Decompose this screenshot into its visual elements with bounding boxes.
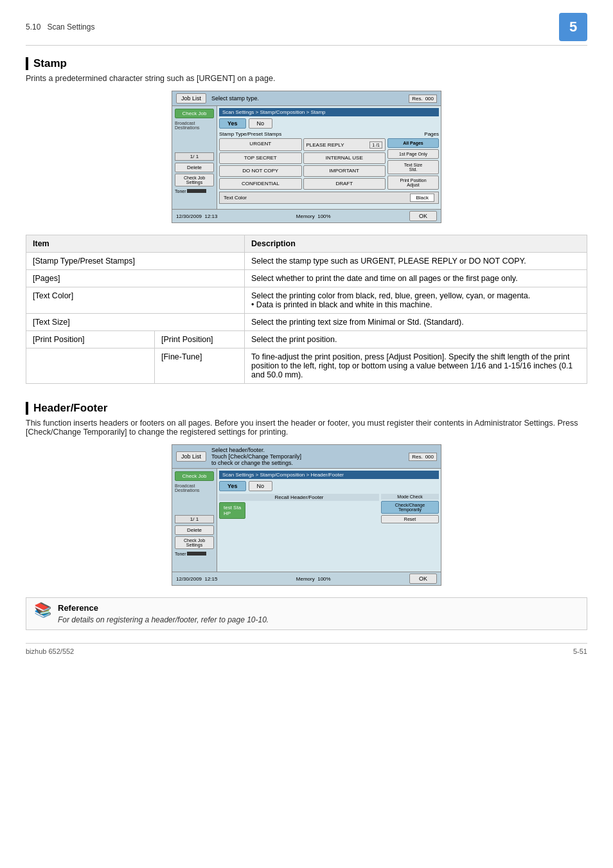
reference-box: 📚 Reference For details on registering a… <box>26 597 587 630</box>
stamp-section: Stamp Prints a predetermined character s… <box>26 57 587 384</box>
hf-check-job-btn[interactable]: Check Job <box>175 471 214 481</box>
memory-val: 100% <box>317 213 330 219</box>
stamp-device-mockup: Job List Select stamp type. Res. 000 Che… <box>172 91 441 223</box>
stamp-datetime: 12/30/2009 12:13 <box>176 213 218 219</box>
fine-tune-sub: [Fine-Tune] <box>155 348 245 384</box>
text-color-item: [Text Color] <box>26 287 245 314</box>
stamp-grid: Stamp Type/Preset Stamps Pages URGENT PL… <box>219 131 439 204</box>
adjust-label: Adjust <box>389 183 437 187</box>
text-size-value: Std. <box>389 167 437 172</box>
section-label: 5.10 Scan Settings <box>26 23 94 32</box>
stamp-description: Prints a predetermined character string … <box>26 74 587 83</box>
stamp-btn-internal-use[interactable]: INTERNAL USE <box>303 152 386 164</box>
hf-description: This function inserts headers or footers… <box>26 419 587 437</box>
stamp-description-table: Item Description [Stamp Type/Preset Stam… <box>26 235 587 384</box>
stamp-toner: Toner <box>175 189 214 194</box>
hf-yes-btn[interactable]: Yes <box>219 481 246 491</box>
hf-date: 12/30/2009 <box>176 576 202 582</box>
stamp-btn-do-not-copy[interactable]: DO NOT COPY <box>219 165 302 177</box>
stamp-time: 12:13 <box>205 213 218 219</box>
page-badge: 5 <box>559 13 587 41</box>
mode-check-header: Mode Check <box>381 494 439 500</box>
hf-no-btn[interactable]: No <box>249 481 273 491</box>
hf-broadcast-label: Broadcast Destinations <box>175 484 214 493</box>
table-row: [Fine-Tune] To fine-adjust the print pos… <box>26 348 587 384</box>
hf-res-value: 000 <box>425 454 434 460</box>
reference-label: Reference <box>58 603 269 613</box>
stamp-left-panel: Check Job Broadcast Destinations 1/ 1 De… <box>172 106 217 209</box>
stamp-btn-confidential[interactable]: CONFIDENTIAL <box>219 178 302 190</box>
hf-prompt-1: Select header/footer. <box>211 447 409 453</box>
hf-job-list-btn[interactable]: Job List <box>176 451 206 462</box>
hf-bottom-bar: 12/30/2009 12:15 Memory 100% OK <box>172 572 441 585</box>
page-footer: bizhub 652/552 5-51 <box>26 643 587 655</box>
stamp-type-label: Stamp Type/Preset Stamps <box>219 131 281 137</box>
hf-device-mockup: Job List Select header/footer. Touch [Ch… <box>172 444 441 586</box>
stamp-btn-top-secret[interactable]: TOP SECRET <box>219 152 302 164</box>
hf-delete-btn[interactable]: Delete <box>175 525 214 535</box>
stamp-delete-btn[interactable]: Delete <box>175 163 214 172</box>
stamp-main-area: Stamp Type/Preset Stamps Pages URGENT PL… <box>219 131 439 204</box>
hf-time: 12:15 <box>205 576 218 582</box>
stamp-memory: Memory 100% <box>296 213 331 219</box>
text-size-desc: Select the printing text size from Minim… <box>245 314 587 331</box>
col-desc-header: Description <box>245 235 587 253</box>
stamp-res-badge: Res. 000 <box>409 95 437 103</box>
stamp-type-desc: Select the stamp type such as URGENT, PL… <box>245 253 587 270</box>
hf-prompt-text: Select header/footer. Touch [Check/Chang… <box>206 447 409 466</box>
stamp-page-count: 1 /1 <box>369 141 382 149</box>
stamp-first-page-btn[interactable]: 1st Page Only <box>387 149 439 159</box>
hf-ok-btn[interactable]: OK <box>409 574 437 584</box>
hf-settings-btn[interactable]: Check Job Settings <box>175 536 214 549</box>
reset-btn[interactable]: Reset <box>381 515 439 523</box>
stamp-no-btn[interactable]: No <box>249 118 273 129</box>
recall-right-panel: Mode Check Check/Change Temporarily Rese… <box>381 494 439 523</box>
recall-item[interactable]: test Sta HP <box>219 502 245 519</box>
section-number: 5.10 <box>26 23 40 32</box>
page-header: 5.10 Scan Settings 5 <box>26 13 587 46</box>
hf-yes-no: Yes No <box>219 481 439 491</box>
stamp-print-pos-btn[interactable]: Print Position Adjust <box>387 176 439 190</box>
print-pos-sub: [Print Position] <box>155 331 245 348</box>
text-color-desc: Select the printing color from black, re… <box>245 287 587 314</box>
hf-device-topbar: Job List Select header/footer. Touch [Ch… <box>172 445 441 469</box>
stamp-bottom-bar: 12/30/2009 12:13 Memory 100% OK <box>172 209 441 222</box>
hf-datetime: 12/30/2009 12:15 <box>176 576 218 582</box>
stamp-check-job-btn[interactable]: Check Job <box>175 109 214 118</box>
hf-counter: 1/ 1 <box>175 515 214 523</box>
hf-prompt-3: to check or change the settings. <box>211 460 409 466</box>
stamp-text-size-btn[interactable]: Text Size Std. <box>387 160 439 174</box>
stamp-content-row: URGENT PLEASE REPLY 1 /1 TOP SECRET INTE… <box>219 138 439 190</box>
footer-product: bizhub 652/552 <box>26 647 74 655</box>
table-row: [Stamp Type/Preset Stamps] Select the st… <box>26 253 587 270</box>
hf-toner: Toner <box>175 552 214 556</box>
stamp-all-pages-btn[interactable]: All Pages <box>387 138 439 148</box>
table-row: [Print Position] [Print Position] Select… <box>26 331 587 348</box>
hf-main-content: Scan Settings > Stamp/Composition > Head… <box>217 469 441 572</box>
stamp-header-row: Stamp Type/Preset Stamps Pages <box>219 131 439 137</box>
stamp-settings-btn[interactable]: Check Job Settings <box>175 174 214 186</box>
stamp-yes-btn[interactable]: Yes <box>219 118 246 129</box>
memory-label: Memory <box>296 213 315 219</box>
stamp-btn-urgent[interactable]: URGENT <box>219 138 302 151</box>
stamp-btn-important[interactable]: IMPORTANT <box>303 165 386 177</box>
stamp-prompt-text: Select stamp type. <box>206 95 409 102</box>
hf-toner-bars <box>187 552 206 556</box>
text-color-value: Black <box>410 194 434 202</box>
hf-memory: Memory 100% <box>296 576 331 582</box>
stamp-job-list-btn[interactable]: Job List <box>176 93 206 104</box>
print-pos-label: Print Position <box>389 178 437 183</box>
hf-breadcrumb: Scan Settings > Stamp/Composition > Head… <box>219 471 439 479</box>
stamp-right-panel: All Pages 1st Page Only Text Size Std. P… <box>387 138 439 190</box>
stamp-breadcrumb: Scan Settings > Stamp/Composition > Stam… <box>219 108 439 116</box>
stamp-btn-please-reply[interactable]: PLEASE REPLY 1 /1 <box>303 138 386 151</box>
stamp-btn-draft[interactable]: DRAFT <box>303 178 386 190</box>
stamp-ok-btn[interactable]: OK <box>409 211 437 221</box>
stamp-yes-no: Yes No <box>219 118 439 129</box>
stamp-title: Stamp <box>26 57 587 70</box>
check-change-btn[interactable]: Check/Change Temporarily <box>381 501 439 514</box>
recall-grid: Recall Header/Footer test Sta HP Mode Ch… <box>219 494 439 523</box>
hf-res-badge: Res. 000 <box>409 453 437 461</box>
pages-item: [Pages] <box>26 270 245 287</box>
section-title-header: Scan Settings <box>47 23 94 32</box>
